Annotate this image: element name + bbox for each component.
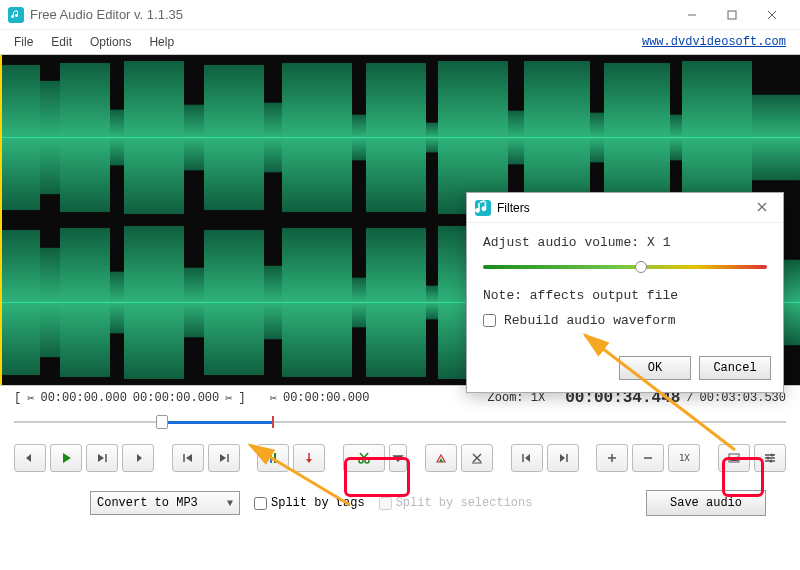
skip-back-button[interactable] [172,444,204,472]
rewind-button[interactable] [14,444,46,472]
go-end-button[interactable] [547,444,579,472]
convert-format-select[interactable]: Convert to MP3 ▼ [90,491,240,515]
svg-point-79 [771,454,774,457]
scissors-icon: ✂ [225,391,232,406]
split-by-tags-checkbox[interactable]: Split by tags [254,496,365,510]
svg-point-81 [767,457,770,460]
menubar: File Edit Options Help www.dvdvideosoft.… [0,30,800,54]
zoom-label: Zoom: 1X [488,391,546,405]
minimize-button[interactable] [672,1,712,29]
split-by-tags-input[interactable] [254,497,267,510]
svg-rect-1 [728,11,736,19]
svg-marker-71 [560,454,565,462]
forward-button[interactable] [122,444,154,472]
svg-marker-63 [393,455,404,462]
svg-marker-47 [63,453,71,463]
pause-marker-button[interactable] [257,444,289,472]
menu-help[interactable]: Help [141,33,182,51]
total-time: 00:03:03.530 [700,391,786,405]
marker-down-button[interactable] [293,444,325,472]
filters-close-button[interactable] [749,197,775,219]
menu-options[interactable]: Options [82,33,139,51]
svg-marker-58 [306,459,312,463]
window-controls [672,1,792,29]
play-selection-button[interactable] [86,444,118,472]
svg-marker-70 [525,454,530,462]
app-title: Free Audio Editor v. 1.1.35 [30,7,183,22]
scissors-icon: ✂ [270,391,277,406]
save-audio-button[interactable]: Save audio [646,490,766,516]
selection-start-bracket: [ [14,391,21,405]
toolbar: 1X [0,440,800,476]
bottom-row: Convert to MP3 ▼ Split by tags Split by … [0,476,800,526]
zoom-in-button[interactable] [596,444,628,472]
filters-header: Filters [467,193,783,223]
volume-label: Adjust audio volume: [483,235,639,250]
volume-slider[interactable] [483,260,767,274]
close-button[interactable] [752,1,792,29]
selection-end-time: 00:00:00.000 [133,391,219,405]
svg-marker-77 [730,456,738,461]
scissors-icon: ✂ [27,391,34,406]
seek-slider[interactable] [14,412,786,432]
app-icon [475,200,491,216]
playhead[interactable] [0,55,2,385]
rebuild-waveform-checkbox[interactable]: Rebuild audio waveform [483,313,767,328]
time-separator: / [686,391,693,405]
convert-format-label: Convert to MP3 [97,496,198,510]
site-link[interactable]: www.dvdvideosoft.com [642,35,786,49]
filters-cancel-button[interactable]: Cancel [699,356,771,380]
skip-forward-button[interactable] [208,444,240,472]
menu-edit[interactable]: Edit [43,33,80,51]
selection-end-bracket: ] [239,391,246,405]
cursor-time: 00:00:00.000 [283,391,369,405]
cut-button[interactable] [343,444,385,472]
svg-marker-50 [137,454,142,462]
play-button[interactable] [50,444,82,472]
svg-marker-53 [220,454,226,462]
svg-marker-52 [186,454,192,462]
svg-point-83 [770,460,773,463]
go-start-button[interactable] [511,444,543,472]
svg-marker-48 [98,454,104,462]
titlebar: Free Audio Editor v. 1.1.35 [0,0,800,30]
filters-dialog: Filters Adjust audio volume: X 1 Note: a… [466,192,784,393]
seek-thumb[interactable] [156,415,168,429]
zoom-out-button[interactable] [632,444,664,472]
selection-start-time: 00:00:00.000 [40,391,126,405]
split-by-selections-input [379,497,392,510]
filters-button[interactable] [754,444,786,472]
menu-file[interactable]: File [6,33,41,51]
crop-button[interactable] [425,444,457,472]
volume-thumb[interactable] [635,261,647,273]
filters-title: Filters [497,201,530,215]
chevron-down-icon: ▼ [227,498,233,509]
filters-ok-button[interactable]: OK [619,356,691,380]
delete-button[interactable] [461,444,493,472]
rebuild-waveform-input[interactable] [483,314,496,327]
maximize-button[interactable] [712,1,752,29]
app-icon [8,7,24,23]
cut-dropdown-button[interactable] [389,444,407,472]
svg-marker-46 [26,454,31,462]
image-button[interactable] [718,444,750,472]
split-by-selections-checkbox: Split by selections [379,496,533,510]
zoom-reset-button[interactable]: 1X [668,444,700,472]
volume-value: X 1 [647,235,670,250]
filters-note: Note: affects output file [483,288,678,303]
